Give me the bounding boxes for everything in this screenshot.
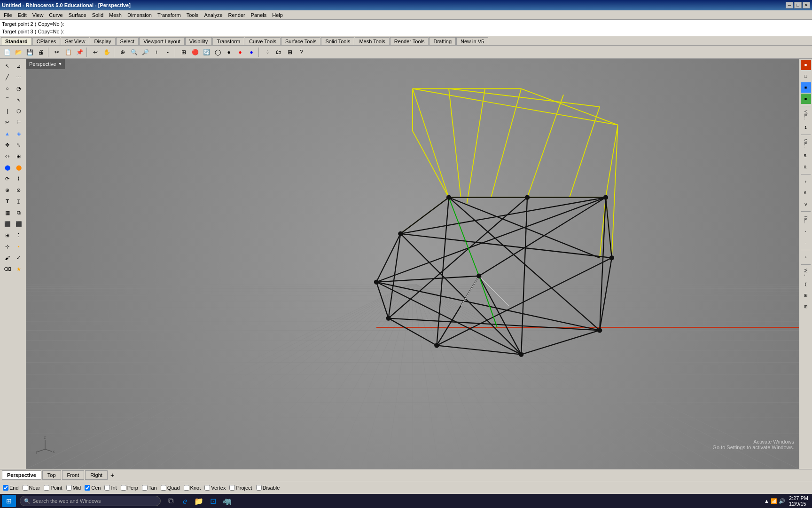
vp-tab-perspective[interactable]: Perspective <box>2 470 41 480</box>
taskbar-task-view[interactable]: ⧉ <box>164 495 177 507</box>
snap-disable[interactable]: Disable <box>256 485 280 491</box>
snap-point[interactable]: Point <box>44 485 62 491</box>
close-button[interactable]: ✕ <box>803 2 810 8</box>
menu-edit[interactable]: Edit <box>15 11 30 19</box>
rp-expand2[interactable]: › <box>801 252 811 262</box>
star-tool[interactable]: ★ <box>14 264 24 274</box>
array-tool[interactable]: ⊞ <box>14 151 24 161</box>
snap-mid-cb[interactable] <box>66 485 72 491</box>
mirror-tool[interactable]: ⇔ <box>2 151 13 161</box>
snap-vertex[interactable]: Vertex <box>204 485 226 491</box>
menu-render[interactable]: Render <box>226 11 248 19</box>
pan-button[interactable]: ✋ <box>102 47 112 57</box>
tab-drafting[interactable]: Drafting <box>429 37 456 45</box>
vp-tab-right[interactable]: Right <box>85 470 108 480</box>
rp-expand[interactable]: › <box>801 176 811 187</box>
taskbar-edge[interactable]: ℯ <box>179 495 191 507</box>
layer-button[interactable]: 🗂 <box>273 47 284 57</box>
rp-ca-num[interactable]: 5. <box>801 151 811 161</box>
polygon-tool[interactable]: ⬡ <box>14 106 24 116</box>
zoom-window[interactable]: 🔍 <box>129 47 139 57</box>
eraser-tool[interactable]: ⌫ <box>2 264 13 274</box>
tab-surface-tools[interactable]: Surface Tools <box>281 37 320 45</box>
tab-display[interactable]: Display <box>90 37 115 45</box>
snap-vertex-cb[interactable] <box>204 485 210 491</box>
copy-button[interactable]: 📋 <box>63 47 73 57</box>
polyline-tool[interactable]: ⌊ <box>2 106 13 116</box>
line-menu[interactable]: ⋯ <box>14 72 24 82</box>
tab-curve-tools[interactable]: Curve Tools <box>245 37 281 45</box>
menu-view[interactable]: View <box>30 11 47 19</box>
menu-transform[interactable]: Transform <box>155 11 184 19</box>
boolean-diff[interactable]: ⬤ <box>14 162 24 173</box>
menu-dimension[interactable]: Dimension <box>125 11 155 19</box>
vp-tab-top[interactable]: Top <box>42 470 61 480</box>
rendered-view[interactable]: ● <box>224 47 234 57</box>
explode-tool[interactable]: ⊗ <box>14 185 24 195</box>
snap-disable-cb[interactable] <box>256 485 262 491</box>
snap-quad[interactable]: Quad <box>161 485 180 491</box>
dim-tool[interactable]: ⌶ <box>14 196 24 206</box>
angle-tool[interactable]: ⋆ <box>14 241 24 252</box>
tab-cplanes[interactable]: CPlanes <box>32 37 61 45</box>
undo-button[interactable]: ↩ <box>90 47 101 57</box>
vp-tab-add[interactable]: + <box>109 471 116 479</box>
rp-ca-num2[interactable]: 0. <box>801 162 811 172</box>
snap-end-cb[interactable] <box>3 485 8 491</box>
select-menu[interactable]: ⊿ <box>14 61 24 71</box>
snap-point-cb[interactable] <box>44 485 49 491</box>
tab-select[interactable]: Select <box>116 37 139 45</box>
text-tool[interactable]: T <box>2 196 13 206</box>
taskbar-explorer[interactable]: 📁 <box>193 495 205 507</box>
fillet-tool[interactable]: ⌇ <box>14 174 24 184</box>
rp-color2[interactable]: ■ <box>801 94 811 104</box>
search-bar[interactable]: 🔍 Search the web and Windows <box>20 496 161 506</box>
tab-visibility[interactable]: Visibility <box>185 37 212 45</box>
snap-button[interactable]: 🔴 <box>190 47 200 57</box>
extrude-tool[interactable]: ▲ <box>2 128 13 139</box>
zoom-selected[interactable]: 🔎 <box>140 47 150 57</box>
paste-button[interactable]: 📌 <box>74 47 85 57</box>
snap-int[interactable]: Int <box>104 485 117 491</box>
shaded-view[interactable]: ◯ <box>212 47 223 57</box>
rotate-view[interactable]: 🔄 <box>201 47 211 57</box>
rp-num0[interactable]: 9 <box>801 199 811 209</box>
menu-help[interactable]: Help <box>269 11 286 19</box>
snap-near[interactable]: Near <box>23 485 40 491</box>
menu-panels[interactable]: Panels <box>248 11 270 19</box>
zoom-in[interactable]: + <box>151 47 162 57</box>
rp-num6[interactable]: 6. <box>801 188 811 198</box>
minimize-button[interactable]: ─ <box>786 2 793 8</box>
taskbar-store[interactable]: ⊡ <box>207 495 219 507</box>
sphere-blue[interactable]: ● <box>246 47 257 57</box>
solid-sphere[interactable]: ⬛ <box>14 219 24 229</box>
app-button[interactable]: ⊞ <box>2 230 13 240</box>
curve-tool[interactable]: ⌒ <box>2 95 13 105</box>
menu-curve[interactable]: Curve <box>46 11 65 19</box>
circle-tool[interactable]: ○ <box>2 83 13 94</box>
save-button[interactable]: 💾 <box>24 47 35 57</box>
tab-render-tools[interactable]: Render Tools <box>390 37 429 45</box>
cut-button[interactable]: ✂ <box>52 47 62 57</box>
scale-tool[interactable]: ⤡ <box>14 140 24 150</box>
open-button[interactable]: 📂 <box>13 47 23 57</box>
snap-project[interactable]: Project <box>229 485 252 491</box>
split-tool[interactable]: ⊢ <box>14 117 24 127</box>
tab-new-v5[interactable]: New in V5 <box>456 37 488 45</box>
start-button[interactable]: ⊞ <box>2 495 16 507</box>
rp-dot1[interactable]: · <box>801 226 811 237</box>
snap-int-cb[interactable] <box>104 485 110 491</box>
menu-solid[interactable]: Solid <box>89 11 106 19</box>
sphere-red[interactable]: ● <box>235 47 245 57</box>
rp-dot2[interactable]: · <box>801 238 811 248</box>
check-tool[interactable]: ✓ <box>14 253 24 263</box>
points-button[interactable]: ⁘ <box>262 47 273 57</box>
new-button[interactable]: 📄 <box>2 47 12 57</box>
menu-mesh[interactable]: Mesh <box>106 11 125 19</box>
select-tool[interactable]: ↖ <box>2 61 13 71</box>
zoom-extents[interactable]: ⊕ <box>117 47 128 57</box>
more-tools[interactable]: ⋮ <box>14 230 24 240</box>
rp-view[interactable]: □ <box>801 71 811 81</box>
snap-cen[interactable]: Cen <box>85 485 101 491</box>
menu-analyze[interactable]: Analyze <box>201 11 225 19</box>
